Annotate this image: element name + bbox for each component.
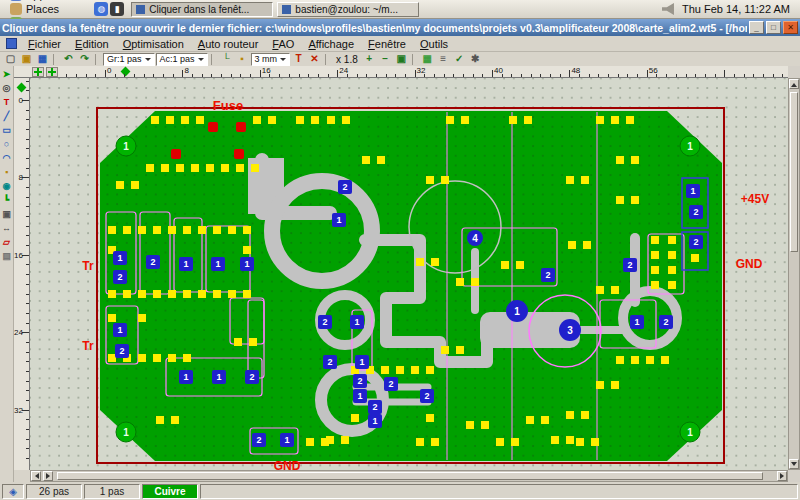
hscroll-thumb[interactable] (57, 472, 763, 480)
zoom-in-button[interactable]: + (362, 53, 377, 66)
scroll-right-arrow[interactable] (777, 471, 787, 481)
arc-tool[interactable]: ◠ (0, 152, 13, 166)
scroll-left-arrow[interactable] (31, 471, 41, 481)
pcb-pad (509, 116, 517, 124)
vscroll-thumb[interactable] (790, 92, 798, 252)
horizontal-scrollbar[interactable] (30, 470, 788, 482)
ruler-tick (753, 74, 754, 77)
ruler-tick (26, 371, 29, 372)
pcb-canvas[interactable]: 211221111211221212121221222121221341111F… (30, 78, 788, 470)
settings-button[interactable]: ✱ (468, 53, 483, 66)
menu-auto-routeur[interactable]: Auto routeur (191, 38, 266, 50)
pcb-pad (243, 246, 251, 254)
pcb-pad (646, 356, 654, 364)
ruler-tick (26, 119, 29, 120)
component-tool[interactable]: ▣ (0, 208, 13, 222)
ruler-tick (26, 381, 29, 382)
maximize-button[interactable]: □ (766, 21, 781, 34)
undo-button[interactable]: ↶ (61, 53, 76, 66)
panel-menu-places[interactable]: Places (4, 2, 91, 16)
vertical-scrollbar[interactable] (788, 78, 800, 470)
ruler-tick (26, 235, 29, 236)
toolbar: ▢▣▦↶↷Gr:1 pasAc:1 pas└▪3 mmT✕x 1.8+−▣▦≡✓… (0, 52, 800, 66)
pcb-pad (213, 290, 221, 298)
zoom-tool[interactable]: ◎ (0, 82, 13, 96)
layer-tool[interactable]: ▤ (0, 250, 13, 264)
zoom-out-button[interactable]: − (378, 53, 393, 66)
pin-number: 2 (150, 257, 155, 267)
redo-button[interactable]: ↷ (77, 53, 92, 66)
pcb-pad (108, 290, 116, 298)
track-tool[interactable]: ┗ (0, 194, 13, 208)
panel-menu-label: Applications (26, 0, 85, 1)
save-file-button[interactable]: ▦ (35, 53, 50, 66)
pcb-drawing[interactable]: 211221111211221212121221222121221341111F… (30, 78, 788, 470)
ruler-tick (773, 74, 774, 77)
taskbar-button[interactable]: Cliquer dans la fenêt... (131, 2, 273, 17)
track-width-select[interactable]: 3 mm (251, 53, 291, 66)
pcb-label: +45V (741, 192, 769, 206)
menu-outils[interactable]: Outils (413, 38, 455, 50)
erase-tool[interactable]: ▱ (0, 236, 13, 250)
ruler-tick (589, 74, 590, 77)
drc-check-button[interactable]: ✓ (452, 53, 467, 66)
pcb-pad (168, 354, 176, 362)
pcb-pad-highlight (236, 122, 246, 132)
browser-launcher-icon[interactable]: ◍ (94, 2, 108, 16)
snap-step-select[interactable]: Ac:1 pas (156, 53, 208, 66)
zoom-fit-button[interactable]: ▣ (394, 53, 409, 66)
menu-fao[interactable]: FAO (265, 38, 301, 50)
pcb-pad (206, 164, 214, 172)
pad-tool-button[interactable]: ▪ (235, 53, 250, 66)
text-tool-button[interactable]: T (291, 53, 306, 66)
scroll-up-arrow[interactable] (789, 79, 799, 89)
recenter-button-2[interactable] (46, 67, 58, 77)
ruler-tick (124, 74, 125, 77)
close-button[interactable]: ✕ (783, 21, 798, 34)
layers-button[interactable]: ≡ (436, 53, 451, 66)
open-file-button[interactable]: ▣ (19, 53, 34, 66)
scroll-left-arrow-2[interactable] (43, 471, 53, 481)
volume-icon[interactable] (662, 3, 674, 15)
new-file-button[interactable]: ▢ (3, 53, 18, 66)
pcb-pad (123, 290, 131, 298)
circle-tool[interactable]: ○ (0, 138, 13, 152)
delete-button[interactable]: ✕ (307, 53, 322, 66)
menu-fenêtre[interactable]: Fenêtre (361, 38, 413, 50)
terminal-launcher-icon[interactable]: ▮ (110, 2, 124, 16)
scroll-down-arrow[interactable] (789, 459, 799, 469)
pcb-pad (426, 366, 434, 374)
rect-tool[interactable]: ▭ (0, 124, 13, 138)
grid-toggle-button[interactable]: ▦ (420, 53, 435, 66)
select-tool[interactable]: ➤ (0, 68, 13, 82)
clock[interactable]: Thu Feb 14, 11:22 AM (676, 3, 796, 15)
pcb-pad (668, 281, 676, 289)
menu-affichage[interactable]: Affichage (301, 38, 361, 50)
menu-edition[interactable]: Edition (68, 38, 116, 50)
measure-tool[interactable]: ↔ (0, 222, 13, 236)
line-tool[interactable]: ╱ (0, 110, 13, 124)
via-tool[interactable]: ◉ (0, 180, 13, 194)
ruler-cursor-marker (121, 67, 131, 77)
pcb-pad (626, 116, 634, 124)
text-tool[interactable]: T (0, 96, 13, 110)
taskbar-button[interactable]: bastien@zoulou: ~/m... (277, 2, 419, 17)
minimize-button[interactable]: _ (749, 21, 764, 34)
pcb-pad (161, 164, 169, 172)
ruler-tick (308, 74, 309, 77)
pcb-pad (501, 261, 509, 269)
track-tool-button[interactable]: └ (219, 53, 234, 66)
menu-optimisation[interactable]: Optimisation (116, 38, 191, 50)
ruler-tick (569, 70, 570, 77)
pad-tool[interactable]: ▪ (0, 166, 13, 180)
recenter-button[interactable] (32, 67, 44, 77)
menu-fichier[interactable]: Fichier (21, 38, 68, 50)
window-titlebar[interactable]: Cliquer dans la fenêtre pour ouvrir le d… (0, 19, 800, 36)
pcb-pad (243, 226, 251, 234)
pcb-pad (243, 290, 251, 298)
pcb-pad (156, 416, 164, 424)
ruler-tick (26, 187, 29, 188)
grid-step-select[interactable]: Gr:1 pas (103, 53, 155, 66)
pcb-pad (196, 116, 204, 124)
ruler-tick (26, 274, 29, 275)
